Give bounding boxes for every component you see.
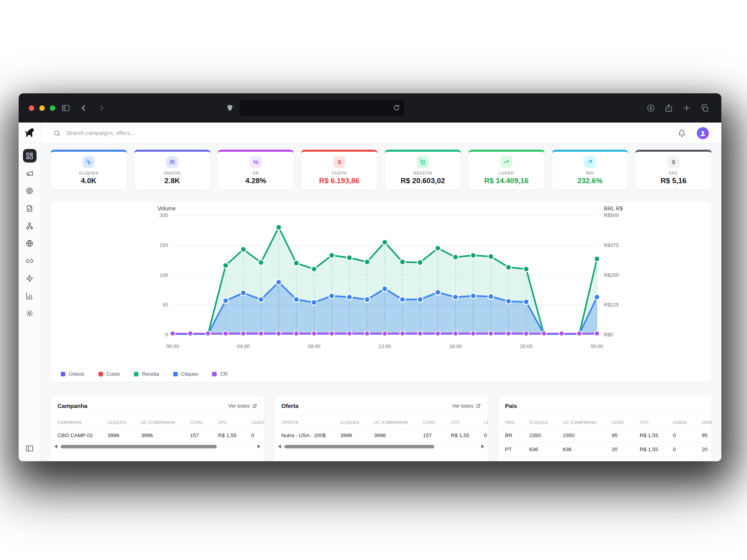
- close-window-button[interactable]: [29, 105, 34, 111]
- receita-point[interactable]: [347, 255, 352, 261]
- legend-item-custo[interactable]: Custo: [98, 371, 120, 377]
- cliques-point[interactable]: [523, 299, 529, 304]
- receita-point[interactable]: [382, 240, 388, 245]
- search-input[interactable]: [66, 130, 230, 136]
- cr-point[interactable]: [400, 331, 405, 336]
- back-button[interactable]: [79, 104, 88, 112]
- cliques-point[interactable]: [311, 300, 317, 305]
- browser-sidebar-toggle-icon[interactable]: [61, 104, 70, 112]
- cliques-point[interactable]: [488, 294, 493, 299]
- receita-point[interactable]: [417, 260, 423, 265]
- cr-point[interactable]: [188, 331, 193, 336]
- cr-point[interactable]: [205, 331, 210, 336]
- cr-point[interactable]: [506, 331, 511, 336]
- receita-point[interactable]: [400, 259, 405, 264]
- receita-point[interactable]: [294, 260, 299, 266]
- receita-point[interactable]: [488, 254, 493, 259]
- scroll-right-arrow[interactable]: [258, 444, 260, 448]
- cr-point[interactable]: [329, 331, 334, 336]
- address-bar[interactable]: [240, 100, 404, 116]
- receita-point[interactable]: [329, 252, 334, 258]
- cr-point[interactable]: [594, 331, 600, 336]
- cr-point[interactable]: [312, 331, 317, 336]
- table-scroll-area[interactable]: PAÍSCLIQUESUC (CAMPANHA)CONV.CPCLEADSVEN…: [498, 415, 712, 457]
- cr-point[interactable]: [577, 331, 582, 336]
- privacy-shield-icon[interactable]: [226, 104, 234, 112]
- cliques-point[interactable]: [506, 298, 511, 304]
- app-logo[interactable]: [19, 122, 40, 143]
- sidebar-item-settings[interactable]: [23, 306, 37, 320]
- receita-point[interactable]: [470, 252, 476, 258]
- ver-todos-link[interactable]: Ver todos: [228, 403, 257, 409]
- cr-point[interactable]: [542, 331, 547, 336]
- scroll-left-arrow[interactable]: [278, 444, 281, 448]
- table-scroll-area[interactable]: CAMPANHACLIQUESUC (CAMPANHA)CONV.CPCLEAD…: [51, 415, 264, 443]
- cliques-point[interactable]: [400, 297, 405, 302]
- forward-button[interactable]: [97, 104, 106, 112]
- receita-point[interactable]: [258, 260, 264, 265]
- table-row[interactable]: Nutra - USA - 200$39963996157R$ 1,550157: [276, 429, 488, 443]
- cliques-point[interactable]: [329, 293, 334, 299]
- receita-point[interactable]: [223, 262, 228, 268]
- user-avatar[interactable]: [697, 127, 709, 139]
- receita-point[interactable]: [311, 266, 317, 272]
- tab-overview-icon[interactable]: [700, 104, 709, 112]
- cr-point[interactable]: [524, 331, 529, 336]
- cliques-point[interactable]: [294, 297, 299, 302]
- receita-point[interactable]: [523, 266, 529, 272]
- receita-point[interactable]: [240, 247, 246, 252]
- receita-point[interactable]: [364, 259, 370, 264]
- legend-item-cr[interactable]: CR: [212, 371, 228, 377]
- receita-point[interactable]: [594, 256, 600, 262]
- cliques-point[interactable]: [258, 297, 264, 302]
- cr-point[interactable]: [258, 331, 263, 336]
- sidebar-item-targets[interactable]: [23, 184, 37, 198]
- horizontal-scrollbar[interactable]: [278, 444, 484, 449]
- table-scroll-area[interactable]: OFERTACLIQUESUC (CAMPANHA)CONV.CPCLEADSV…: [274, 415, 488, 443]
- cliques-point[interactable]: [453, 294, 458, 300]
- sidebar-item-links[interactable]: [23, 254, 37, 268]
- cr-point[interactable]: [276, 331, 281, 336]
- scrollbar-track[interactable]: [59, 445, 256, 448]
- sidebar-item-dashboard[interactable]: [23, 149, 37, 163]
- cliques-point[interactable]: [594, 294, 600, 300]
- downloads-icon[interactable]: [647, 104, 655, 112]
- sidebar-item-reports[interactable]: [23, 289, 37, 303]
- ver-todos-link[interactable]: Ver todos: [452, 403, 481, 409]
- sidebar-collapse-toggle[interactable]: [25, 444, 34, 461]
- share-icon[interactable]: [665, 104, 673, 112]
- cr-point[interactable]: [382, 331, 387, 336]
- sidebar-item-campaigns[interactable]: [23, 166, 37, 180]
- sidebar-item-automation[interactable]: [23, 271, 37, 285]
- cliques-point[interactable]: [417, 297, 423, 302]
- cliques-point[interactable]: [364, 297, 370, 302]
- cr-point[interactable]: [294, 331, 299, 336]
- table-row[interactable]: BR2350235095R$ 1,55095R$ 9.288,09: [500, 429, 712, 443]
- cr-point[interactable]: [365, 331, 370, 336]
- scroll-right-arrow[interactable]: [481, 444, 484, 448]
- cr-point[interactable]: [435, 331, 440, 336]
- legend-item-receita[interactable]: Receita: [134, 371, 159, 377]
- receita-point[interactable]: [453, 254, 458, 260]
- legend-item-unicos[interactable]: Únicos: [61, 371, 84, 377]
- cr-point[interactable]: [471, 331, 476, 336]
- legend-item-cliques[interactable]: Cliques: [173, 371, 198, 377]
- zoom-window-button[interactable]: [50, 105, 55, 111]
- scrollbar-thumb[interactable]: [284, 445, 434, 448]
- notifications-bell-icon[interactable]: [678, 129, 686, 137]
- table-row[interactable]: PT63663620R$ 1,55020R$ 3.484,10: [500, 443, 712, 457]
- scrollbar-thumb[interactable]: [61, 445, 217, 448]
- cliques-point[interactable]: [470, 293, 476, 299]
- cr-point[interactable]: [223, 331, 228, 336]
- scrollbar-track[interactable]: [282, 445, 480, 448]
- new-tab-icon[interactable]: [682, 104, 691, 112]
- minimize-window-button[interactable]: [39, 105, 45, 111]
- cr-point[interactable]: [453, 331, 458, 336]
- receita-point[interactable]: [276, 224, 281, 230]
- receita-point[interactable]: [506, 264, 511, 270]
- table-row[interactable]: CBO CAMP 0239963996157R$ 1,550157R: [52, 429, 264, 443]
- cliques-point[interactable]: [382, 286, 388, 291]
- reload-icon[interactable]: [393, 104, 400, 113]
- horizontal-scrollbar[interactable]: [54, 444, 260, 449]
- cr-point[interactable]: [559, 331, 564, 336]
